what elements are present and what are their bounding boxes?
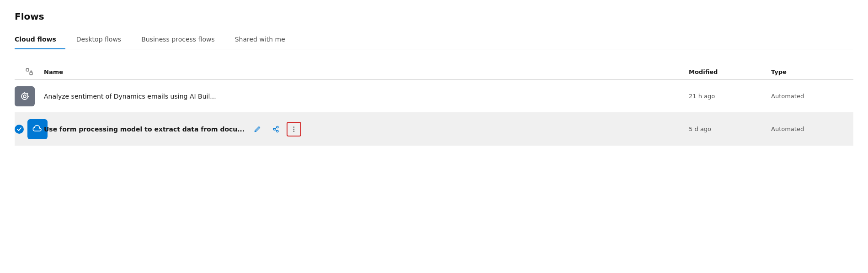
row-1-modified: 21 h ago: [689, 93, 771, 100]
more-options-button[interactable]: [287, 122, 301, 136]
tab-desktop-flows[interactable]: Desktop flows: [76, 31, 130, 49]
row-2-name-actions: Use form processing model to extract dat…: [44, 122, 682, 136]
row-1-name: Analyze sentiment of Dynamics emails usi…: [44, 93, 216, 100]
cloud-flow-icon-svg: [32, 124, 43, 135]
row-2-icon-cell: [15, 119, 44, 139]
flows-table: Name Modified Type Analyze: [15, 64, 853, 146]
table-header: Name Modified Type: [15, 64, 853, 80]
svg-point-11: [277, 130, 278, 132]
svg-point-14: [293, 126, 294, 127]
share-icon: [272, 125, 280, 133]
flow-icon-svg: [19, 91, 30, 102]
svg-line-13: [275, 130, 277, 131]
svg-point-9: [273, 128, 275, 130]
tab-business-process-flows[interactable]: Business process flows: [141, 31, 224, 49]
header-type: Type: [771, 68, 853, 75]
row-2-actions: [250, 122, 301, 136]
svg-line-12: [275, 127, 277, 129]
svg-point-4: [21, 93, 28, 100]
tabs-bar: Cloud flows Desktop flows Business proce…: [15, 31, 853, 49]
header-name: Name: [44, 68, 689, 75]
row-1-type: Automated: [771, 93, 853, 100]
flow-icon-gray: [15, 86, 35, 106]
row-2-name: Use form processing model to extract dat…: [44, 126, 245, 133]
row-2-checkbox[interactable]: [15, 125, 24, 134]
row-2-name-cell: Use form processing model to extract dat…: [44, 122, 689, 136]
row-2-type: Automated: [771, 126, 853, 132]
header-modified: Modified: [689, 68, 771, 75]
row-1-name-actions: Analyze sentiment of Dynamics emails usi…: [44, 93, 682, 100]
svg-line-7: [27, 93, 28, 94]
row-1-name-cell: Analyze sentiment of Dynamics emails usi…: [44, 93, 689, 100]
row-2-modified: 5 d ago: [689, 126, 771, 132]
resize-icon: [25, 68, 33, 76]
svg-point-15: [293, 128, 294, 129]
tab-shared-with-me[interactable]: Shared with me: [235, 31, 294, 49]
svg-point-5: [23, 95, 26, 98]
checkmark-icon: [16, 126, 22, 132]
table-row: Use form processing model to extract dat…: [15, 113, 853, 146]
tab-cloud-flows[interactable]: Cloud flows: [15, 31, 65, 49]
svg-rect-0: [26, 68, 29, 71]
svg-rect-1: [30, 72, 32, 75]
svg-point-16: [293, 131, 294, 131]
more-options-icon: [290, 126, 298, 133]
row-1-icon-cell: [15, 86, 44, 106]
page-container: Flows Cloud flows Desktop flows Business…: [0, 0, 868, 157]
edit-icon: [254, 126, 261, 133]
page-title: Flows: [15, 11, 853, 22]
edit-button[interactable]: [250, 122, 265, 136]
svg-point-10: [277, 126, 278, 128]
header-icon-cell: [15, 68, 44, 76]
table-row: Analyze sentiment of Dynamics emails usi…: [15, 80, 853, 113]
share-button[interactable]: [268, 122, 283, 136]
